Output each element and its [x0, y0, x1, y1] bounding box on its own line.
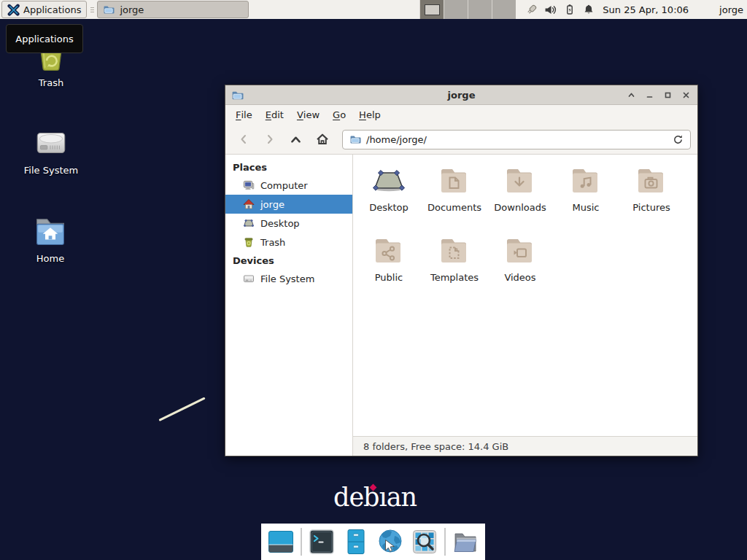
videos-folder-icon [503, 233, 538, 268]
workspace-1[interactable] [419, 0, 444, 19]
file-item-videos[interactable]: Videos [487, 230, 553, 300]
workspace-4[interactable] [492, 0, 516, 19]
file-item-desktop[interactable]: Desktop [356, 160, 422, 230]
sidebar-item-trash[interactable]: Trash [225, 233, 352, 252]
battery-icon[interactable] [563, 4, 576, 16]
home-folder-icon [31, 212, 69, 250]
back-button[interactable] [232, 128, 255, 150]
workspace-switcher [419, 0, 516, 19]
system-tray [525, 4, 595, 16]
menu-go[interactable]: Go [326, 105, 352, 125]
tooltip-text: Applications [15, 34, 73, 44]
file-item-public[interactable]: Public [356, 230, 422, 300]
minimize-window-button[interactable] [643, 89, 655, 101]
location-bar[interactable]: /home/jorge/ [342, 130, 691, 149]
workspace-window-thumb [425, 4, 440, 15]
menubar: File Edit View Go Help [225, 105, 697, 125]
top-panel: Applications jorge [0, 0, 747, 19]
file-item-label: Public [375, 272, 403, 283]
file-item-documents[interactable]: Documents [422, 160, 487, 230]
file-item-music[interactable]: Music [553, 160, 619, 230]
applications-tooltip: Applications [6, 24, 83, 53]
file-item-templates[interactable]: Templates [422, 230, 487, 300]
network-icon[interactable] [525, 4, 538, 16]
file-manager-window: jorge File Edit View Go Help [225, 85, 698, 456]
forward-button[interactable] [258, 128, 281, 150]
location-path[interactable]: /home/jorge/ [366, 134, 667, 145]
applications-menu-button[interactable]: Applications [1, 1, 87, 18]
pictures-folder-icon [634, 163, 669, 198]
file-item-label: Desktop [369, 202, 409, 213]
desktop-icon-label: File System [24, 165, 78, 176]
show-desktop-icon[interactable] [266, 527, 295, 556]
logo-text: an [387, 483, 417, 512]
sidebar-item-label: File System [260, 273, 314, 284]
drive-icon [243, 273, 255, 284]
sidebar-item-jorge[interactable]: jorge [225, 195, 352, 214]
documents-folder-icon [437, 163, 472, 198]
computer-icon [243, 179, 255, 191]
menu-help[interactable]: Help [352, 105, 387, 125]
folder-icon [103, 4, 115, 15]
folder-view: Desktop [353, 155, 697, 456]
workspace-3[interactable] [468, 0, 492, 19]
dock-separator [444, 528, 446, 556]
devices-header: Devices [225, 252, 352, 269]
shade-window-button[interactable] [625, 89, 637, 101]
file-item-label: Downloads [494, 202, 546, 213]
taskbar-window-button[interactable]: jorge [97, 1, 249, 18]
logo-text: ı [379, 483, 387, 512]
templates-folder-icon [437, 233, 472, 268]
panel-grip [88, 7, 96, 12]
desktop-trapezoid-icon [371, 163, 406, 198]
file-item-pictures[interactable]: Pictures [619, 160, 684, 230]
statusbar-text: 8 folders, Free space: 14.4 GiB [363, 441, 508, 452]
trash-icon [243, 236, 255, 248]
workspace-2[interactable] [444, 0, 468, 19]
sidebar-item-desktop[interactable]: Desktop [225, 214, 352, 233]
sidebar-item-label: Computer [260, 180, 308, 191]
home-button[interactable] [311, 128, 333, 150]
sidebar-item-label: Trash [260, 237, 285, 248]
menu-edit[interactable]: Edit [259, 105, 290, 125]
reload-button[interactable] [673, 134, 684, 145]
toolbar: /home/jorge/ [225, 125, 697, 155]
home-icon [243, 198, 255, 210]
desktop-icon-label: Home [36, 253, 64, 264]
desktop-icon-file-system[interactable]: File System [16, 125, 86, 176]
dock [261, 524, 485, 560]
volume-icon[interactable] [544, 4, 557, 16]
places-sidebar: Places Computer [225, 155, 353, 456]
file-item-label: Pictures [632, 202, 670, 213]
folder-icon [349, 133, 361, 145]
terminal-icon[interactable] [307, 527, 336, 556]
desktop-icon-label: Trash [39, 77, 63, 88]
file-item-label: Videos [504, 272, 535, 283]
panel-clock[interactable]: Sun 25 Apr, 10:06 [603, 4, 689, 15]
desktop-icon [243, 217, 255, 229]
screen-artifact-line [158, 397, 205, 421]
file-cabinet-icon[interactable] [341, 527, 371, 556]
close-window-button[interactable] [680, 89, 692, 101]
public-folder-icon [371, 233, 406, 268]
desktop-icon-home[interactable]: Home [15, 212, 85, 264]
sidebar-item-label: jorge [260, 199, 285, 210]
downloads-folder-icon [503, 163, 538, 198]
sidebar-item-computer[interactable]: Computer [225, 176, 352, 195]
up-button[interactable] [285, 128, 307, 150]
menu-file[interactable]: File [229, 105, 259, 125]
maximize-window-button[interactable] [662, 89, 673, 101]
notifications-bell-icon[interactable] [582, 4, 595, 16]
sidebar-item-file-system[interactable]: File System [225, 269, 352, 288]
file-item-label: Documents [427, 202, 481, 213]
panel-user-label: jorge [719, 4, 743, 15]
application-finder-icon[interactable] [410, 527, 439, 556]
file-item-downloads[interactable]: Downloads [487, 160, 553, 230]
applications-menu-label: Applications [23, 4, 81, 15]
web-browser-globe-icon[interactable] [376, 527, 405, 556]
menu-view[interactable]: View [290, 105, 326, 125]
hard-drive-icon [33, 125, 69, 162]
window-titlebar[interactable]: jorge [225, 85, 697, 105]
file-manager-folder-icon[interactable] [451, 527, 480, 556]
statusbar: 8 folders, Free space: 14.4 GiB [353, 436, 697, 456]
